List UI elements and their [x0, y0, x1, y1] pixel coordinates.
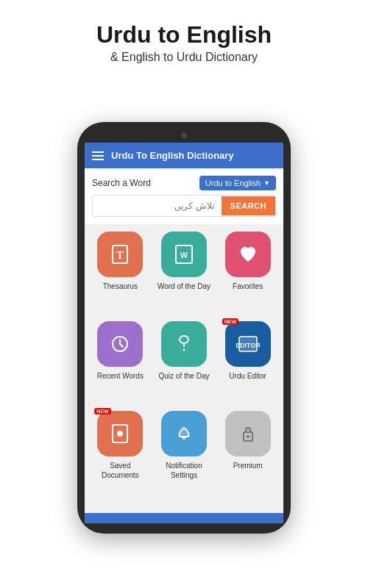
svg-text:EDITOR: EDITOR — [236, 342, 260, 349]
premium-label: Premium — [233, 461, 263, 470]
header-section: Urdu to English & English to Urdu Dictio… — [0, 0, 368, 75]
svg-point-7 — [183, 349, 185, 351]
camera-dot — [181, 132, 187, 138]
grid-item-recent-words[interactable]: Recent Words — [91, 321, 150, 406]
notification-settings-label: Notification Settings — [155, 461, 214, 480]
chevron-down-icon: ▼ — [263, 179, 270, 187]
premium-icon — [225, 411, 271, 456]
recent-words-icon — [97, 321, 143, 367]
toolbar-title: Urdu To English Dictionary — [111, 150, 234, 161]
language-dropdown[interactable]: Urdu to English ▼ — [199, 176, 276, 190]
svg-point-5 — [180, 336, 188, 343]
grid-item-favorites[interactable]: Favorites — [218, 232, 277, 317]
new-badge: NEW — [94, 408, 110, 415]
phone-notch — [85, 132, 283, 138]
page-title: Urdu to English — [15, 22, 353, 48]
phone-screen: Urdu To English Dictionary Search a Word… — [85, 143, 283, 523]
page-subtitle: & English to Urdu Dictionary — [15, 51, 353, 64]
urdu-editor-icon: EDITORNEW — [225, 321, 271, 367]
grid-item-word-of-day[interactable]: WWord of the Day — [155, 232, 214, 317]
urdu-editor-label: Urdu Editor — [229, 371, 266, 381]
grid-item-quiz-of-day[interactable]: Quiz of the Day — [155, 321, 214, 406]
saved-documents-label: Saved Documents — [91, 461, 150, 480]
svg-point-11 — [117, 431, 123, 437]
recent-words-label: Recent Words — [97, 371, 144, 381]
favorites-icon — [225, 232, 271, 277]
saved-documents-icon: NEW — [97, 411, 143, 456]
search-section: Search a Word Urdu to English ▼ SEARCH — [85, 168, 283, 224]
grid-item-saved-documents[interactable]: NEWSaved Documents — [91, 411, 150, 506]
word-of-day-icon: W — [161, 232, 207, 277]
grid-item-premium[interactable]: Premium — [218, 411, 277, 506]
app-toolbar: Urdu To English Dictionary — [85, 143, 283, 168]
quiz-of-day-label: Quiz of the Day — [159, 371, 210, 381]
grid-item-thesaurus[interactable]: TThesaurus — [91, 232, 150, 317]
grid-item-notification-settings[interactable]: Notification Settings — [155, 411, 214, 506]
notification-settings-icon — [161, 411, 207, 456]
favorites-label: Favorites — [233, 282, 263, 291]
search-label-row: Search a Word Urdu to English ▼ — [92, 176, 276, 190]
hamburger-menu-icon[interactable] — [92, 151, 104, 160]
word-of-day-label: Word of the Day — [158, 282, 210, 291]
grid-item-urdu-editor[interactable]: EDITORNEWUrdu Editor — [218, 321, 277, 406]
thesaurus-label: Thesaurus — [103, 282, 138, 291]
phone-mockup-wrapper: Urdu To English Dictionary Search a Word… — [0, 75, 368, 588]
search-input[interactable] — [93, 196, 222, 216]
new-badge: NEW — [222, 318, 238, 325]
quiz-of-day-icon — [161, 321, 207, 367]
dropdown-value: Urdu to English — [205, 179, 261, 187]
svg-text:W: W — [180, 251, 188, 259]
thesaurus-icon: T — [97, 232, 143, 277]
phone-device: Urdu To English Dictionary Search a Word… — [77, 122, 291, 534]
search-label: Search a Word — [92, 178, 151, 188]
bottom-bar — [85, 513, 283, 523]
search-input-row: SEARCH — [92, 195, 276, 217]
svg-point-15 — [247, 435, 250, 438]
app-grid: TThesaurusWWord of the DayFavoritesRecen… — [85, 224, 283, 513]
svg-text:T: T — [117, 250, 124, 261]
svg-rect-13 — [183, 438, 185, 440]
search-button[interactable]: SEARCH — [222, 196, 275, 215]
